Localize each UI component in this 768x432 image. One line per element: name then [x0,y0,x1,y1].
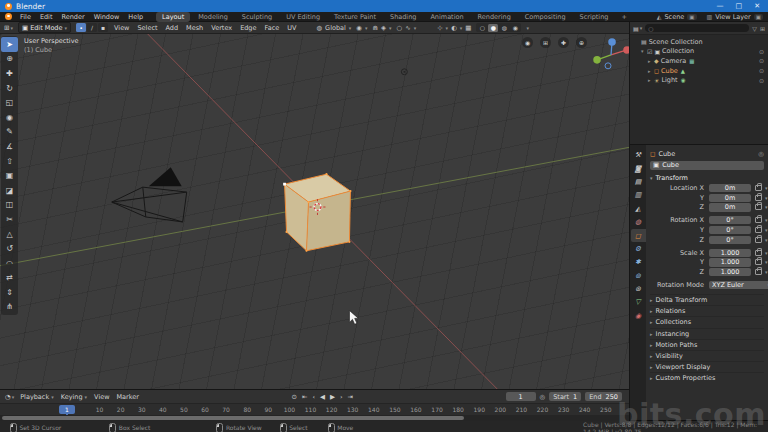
outliner-item-label[interactable]: Camera [661,57,687,65]
viewport-menu-item[interactable]: Add [165,24,180,32]
xray-toggle-icon[interactable]: ▦ [465,24,471,32]
animate-dot-icon[interactable]: ▾ [765,259,768,265]
animate-dot-icon[interactable]: ▾ [765,250,768,256]
eye-visibility-icon[interactable]: ⊙ [759,77,764,84]
data-tab[interactable]: ▽ [631,296,646,308]
animate-dot-icon[interactable]: ▾ [765,217,768,223]
lock-icon[interactable] [755,195,762,201]
spin-tool[interactable]: ↺ [1,241,18,256]
annotate-tool[interactable]: ✎ [1,125,18,140]
perspective-toggle-button[interactable]: ⊞ [540,37,551,48]
play-button[interactable]: ▶ [329,393,336,401]
play-reverse-button[interactable]: ◀ [319,393,326,401]
transform-orientation-dropdown[interactable]: ◍ Global ▾ [316,24,351,32]
rotation-mode-dropdown[interactable]: XYZ Euler ▾ [709,281,768,290]
rendered-shading[interactable]: ◉ [510,24,520,32]
viewport-menu-item[interactable]: UV [286,24,297,32]
menu-item[interactable]: Edit [39,13,54,21]
viewport-menu-item[interactable]: Edge [239,24,257,32]
constraints-tab[interactable]: ⊛ [631,283,646,295]
transform-value-field[interactable]: 0m [709,184,751,192]
outliner-item-label[interactable]: Collection [662,47,694,55]
record-button[interactable]: ⊙ [290,393,297,401]
workspace-tab[interactable]: Texture Paint [328,12,382,22]
smooth-tool[interactable]: ◠ [1,256,18,271]
lock-icon[interactable] [755,250,762,256]
edge-slide-tool[interactable]: ⇄ [1,271,18,286]
outliner-row[interactable]: ▾ ☑ ▣ Collection ⊙ [630,47,768,57]
timeline-ruler[interactable]: 1020304050607080901001101201301401501601… [0,404,629,415]
viewport-menu-item[interactable]: Select [136,24,158,32]
timeline-menu-item[interactable]: Playback ▾ [20,393,54,401]
navigation-gizmo[interactable] [593,38,629,69]
frame-start-field[interactable]: Start 1 [549,392,581,401]
view-layer-tab[interactable]: ▥ [631,189,646,201]
object-name-field[interactable]: ▣ Cube [650,161,764,170]
snap-target-icon[interactable]: ◈ [381,24,386,32]
current-frame-field[interactable]: 1 [506,392,536,401]
wireframe-shading[interactable]: ○ [477,24,487,32]
jump-to-start-button[interactable]: ⇤ [301,393,308,401]
transform-tool[interactable]: ◉ [1,110,18,125]
display-options-icon[interactable]: ⊞ [760,25,765,32]
current-frame-indicator[interactable]: 1 [59,405,75,414]
workspace-tab[interactable]: Modeling [192,12,234,22]
workspace-tab[interactable]: Rendering [472,12,517,22]
new-scene-button[interactable]: ▣ [687,14,696,20]
lock-icon[interactable] [755,237,762,243]
animate-dot-icon[interactable]: ▾ [765,227,768,233]
next-keyframe-button[interactable]: › [339,393,344,401]
animate-dot-icon[interactable]: ▾ [765,269,768,275]
menu-item[interactable]: Help [127,13,144,21]
light-object[interactable] [401,69,407,75]
gizmo-neg-z-axis[interactable] [605,63,611,69]
eye-visibility-icon[interactable]: ⊙ [759,48,764,55]
collapsed-panel-header[interactable]: ▸ Delta Transform [650,294,764,305]
rotate-tool[interactable]: ↻ [1,81,18,96]
menu-item[interactable]: Render [60,13,85,21]
outliner-search-input[interactable]: ○ [645,24,749,32]
face-select-mode[interactable]: ▪ [98,23,108,32]
maximize-button[interactable]: □ [736,2,743,10]
eye-visibility-icon[interactable]: ⊙ [759,67,764,74]
add-workspace-button[interactable]: + [618,13,629,21]
camera-view-button[interactable]: ◉ [522,37,533,48]
camera-object[interactable] [112,167,187,222]
jump-to-end-button[interactable]: ⇥ [347,393,354,401]
zoom-view-button[interactable]: ⊕ [576,37,587,48]
scene-selector[interactable]: ◭ Scene ▣ [657,13,697,21]
filter-icon[interactable]: ▽ [752,25,757,32]
workspace-tab[interactable]: UV Editing [280,12,326,22]
workspace-tab[interactable]: Animation [424,12,469,22]
timeline-menu-item[interactable]: Marker [117,393,139,401]
animate-dot-icon[interactable]: ▾ [765,195,768,201]
transform-value-field[interactable]: 0° [709,216,751,224]
collapsed-panel-header[interactable]: ▸ Motion Paths [650,339,764,350]
output-tab[interactable]: ▤ [631,176,646,188]
viewport-menu-item[interactable]: Face [264,24,281,32]
workspace-tab[interactable]: Sculpting [236,12,278,22]
transform-panel-header[interactable]: ▾ Transform [650,172,764,183]
rip-region-tool[interactable]: ⋔ [1,300,18,315]
gizmo-y-axis[interactable] [593,56,601,64]
scene-tab[interactable]: ◭ [631,203,646,215]
outliner-row[interactable]: ▤ Scene Collection [630,37,768,47]
vertex-select-mode[interactable]: ∙ [76,23,86,32]
outliner-item-label[interactable]: Light [661,76,677,84]
collapsed-panel-header[interactable]: ▸ Viewport Display [650,361,764,372]
pan-view-button[interactable]: ✚ [558,37,569,48]
solid-shading[interactable]: ● [488,24,498,32]
app-menu-icon[interactable] [5,13,12,20]
render-tab[interactable]: ◙ [631,162,646,174]
gizmos-icon[interactable]: ⊹ [437,24,442,32]
mode-dropdown[interactable]: ▣ Edit Mode ▾ [18,22,71,33]
3d-viewport[interactable]: ➤ ⊕ ✚ ↻ ◱ ◉ ✎ ∡ [0,34,629,389]
close-button[interactable]: ✕ [754,2,760,10]
world-tab[interactable]: ◍ [631,216,646,228]
lock-icon[interactable] [755,269,762,275]
timeline-scrollbar[interactable] [2,416,464,420]
collapsed-panel-header[interactable]: ▸ Visibility [650,350,764,361]
measure-tool[interactable]: ∡ [1,139,18,154]
collapsed-panel-header[interactable]: ▸ Relations [650,305,764,316]
view-layer-selector[interactable]: ▥ View Layer ▣ [707,13,764,21]
